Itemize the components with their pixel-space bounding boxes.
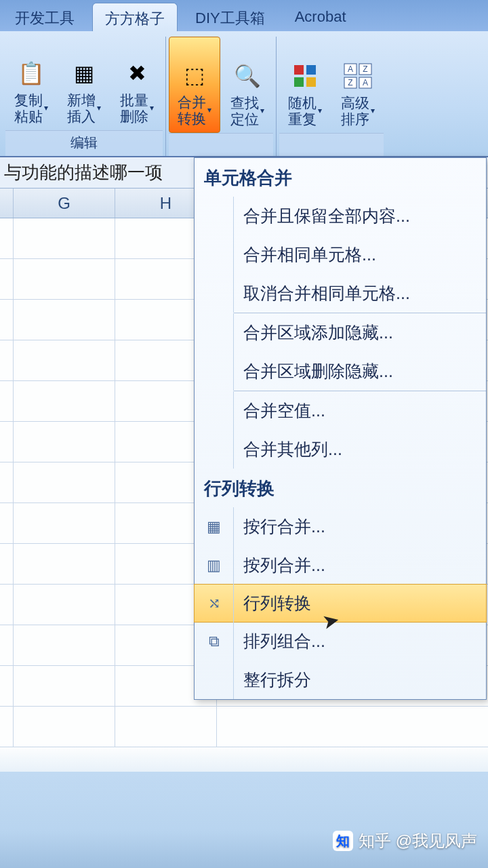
chevron-down-icon: ▾ (44, 104, 48, 113)
zhihu-logo-icon: 知 (333, 831, 353, 851)
svg-rect-3 (306, 77, 316, 87)
chevron-down-icon: ▾ (207, 106, 211, 115)
merge-keep-all-item[interactable]: 合并且保留全部内容... (195, 197, 486, 235)
formula-text: 与功能的描述哪一项 (4, 161, 163, 184)
grid-delete-icon: ✖ (121, 57, 153, 90)
merge-other-cols-item[interactable]: 合并其他列... (195, 430, 486, 469)
transpose-icon: ⤭ (208, 595, 220, 612)
tab-diy-toolbox[interactable]: DIY工具箱 (183, 3, 277, 31)
find-locate-button[interactable]: 🔍 查找 定位▾ (222, 37, 273, 133)
svg-text:Z: Z (363, 64, 367, 74)
watermark: 知 知乎 @我见风声 (333, 830, 477, 852)
svg-text:Z: Z (348, 78, 352, 87)
row-split-item[interactable]: 整行拆分 (195, 660, 486, 699)
col-header-g[interactable]: G (14, 189, 115, 218)
svg-text:A: A (348, 64, 353, 74)
ribbon: 📋 复制 粘贴▾ ▦ 新增 插入▾ ✖ 批量 删除▾ 编辑 ⬚ 合并 转换▾ 🔍… (0, 31, 488, 157)
merge-convert-button[interactable]: ⬚ 合并 转换▾ (169, 37, 220, 133)
chevron-down-icon: ▾ (260, 106, 264, 116)
merge-same-cells-item[interactable]: 合并相同单元格... (195, 235, 486, 274)
merge-area-del-hidden-item[interactable]: 合并区域删除隐藏... (195, 352, 486, 391)
new-insert-button[interactable]: ▦ 新增 插入▾ (58, 37, 110, 130)
clipboard-icon: 📋 (15, 57, 47, 90)
group-label-edit: 编辑 (5, 130, 163, 156)
dropdown-section-rowcol: 行列转换 (195, 469, 486, 507)
merge-by-row-item[interactable]: ▦按行合并... (195, 507, 486, 546)
search-icon: 🔍 (231, 60, 264, 92)
unmerge-same-cells-item[interactable]: 取消合并相同单元格... (195, 274, 486, 313)
sort-icon: AZZA (342, 60, 374, 92)
svg-rect-1 (306, 65, 316, 75)
merge-convert-dropdown: 单元格合并 合并且保留全部内容... 合并相同单元格... 取消合并相同单元格.… (194, 157, 487, 700)
watermark-text: 知乎 @我见风声 (359, 830, 477, 852)
chevron-down-icon: ▾ (371, 106, 375, 116)
tab-acrobat[interactable]: Acrobat (283, 3, 359, 31)
tab-dev-tools[interactable]: 开发工具 (3, 3, 87, 31)
ribbon-group-merge: ⬚ 合并 转换▾ 🔍 查找 定位▾ (166, 37, 277, 156)
grid-add-icon: ▦ (68, 57, 100, 90)
advanced-sort-button[interactable]: AZZA 高级 排序▾ (332, 37, 384, 133)
grid-col-icon: ▥ (207, 557, 221, 574)
combo-icon: ⧉ (209, 633, 220, 650)
chevron-down-icon: ▾ (150, 104, 154, 113)
grid-row-icon: ▦ (207, 518, 221, 536)
ribbon-group-edit: 📋 复制 粘贴▾ ▦ 新增 插入▾ ✖ 批量 删除▾ 编辑 (3, 37, 166, 156)
tab-strip: 开发工具 方方格子 DIY工具箱 Acrobat (0, 0, 488, 31)
svg-rect-2 (294, 77, 304, 87)
merge-icon: ⬚ (178, 59, 211, 92)
rowcol-transpose-item[interactable]: ⤭行列转换 (194, 584, 487, 623)
merge-area-add-hidden-item[interactable]: 合并区域添加隐藏... (195, 313, 486, 352)
group-label (279, 133, 384, 156)
chevron-down-icon: ▾ (318, 106, 322, 116)
chevron-down-icon: ▾ (97, 104, 101, 113)
merge-by-col-item[interactable]: ▥按列合并... (195, 546, 486, 585)
random-repeat-button[interactable]: 随机 重复▾ (279, 37, 331, 133)
group-label (169, 133, 273, 156)
ribbon-group-misc: 随机 重复▾ AZZA 高级 排序▾ (277, 37, 386, 156)
tab-fangfang[interactable]: 方方格子 (92, 3, 178, 31)
svg-text:A: A (363, 78, 368, 87)
svg-rect-0 (294, 65, 304, 75)
squares-icon (289, 60, 321, 92)
copy-paste-button[interactable]: 📋 复制 粘贴▾ (5, 37, 57, 130)
dropdown-section-cell-merge: 单元格合并 (195, 158, 486, 197)
merge-empty-item[interactable]: 合并空值... (195, 391, 486, 430)
batch-delete-button[interactable]: ✖ 批量 删除▾ (111, 37, 163, 130)
table-row[interactable] (0, 707, 488, 747)
